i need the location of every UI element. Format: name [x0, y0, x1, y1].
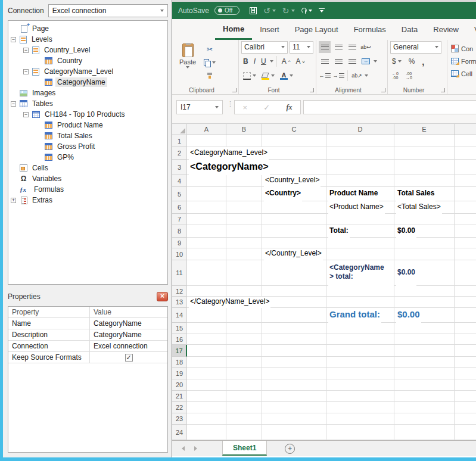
- cell-C5[interactable]: <Country>: [264, 187, 302, 201]
- cell[interactable]: [455, 413, 476, 425]
- row-header-7[interactable]: 7: [172, 214, 187, 225]
- cell[interactable]: [455, 345, 476, 357]
- currency-button[interactable]: $: [390, 55, 403, 68]
- cell[interactable]: [262, 323, 326, 334]
- cell[interactable]: [187, 345, 226, 357]
- connection-dropdown[interactable]: Excel connection: [48, 4, 168, 17]
- cell[interactable]: [226, 214, 262, 225]
- cell[interactable]: [187, 379, 226, 391]
- column-header-partial[interactable]: [455, 124, 476, 135]
- cell-styles-button[interactable]: Cell: [447, 67, 476, 80]
- dialog-launcher-icon[interactable]: [381, 88, 385, 92]
- cell[interactable]: [455, 323, 476, 334]
- tab-review[interactable]: Review: [425, 19, 466, 40]
- increase-indent-button[interactable]: →: [332, 70, 344, 82]
- cell[interactable]: [394, 323, 455, 334]
- cell[interactable]: [226, 413, 262, 425]
- dialog-launcher-icon[interactable]: [232, 88, 237, 92]
- cell[interactable]: [226, 286, 262, 297]
- cell[interactable]: [326, 334, 394, 345]
- column-header-E[interactable]: E: [394, 124, 455, 135]
- borders-button[interactable]: [241, 69, 258, 82]
- cell[interactable]: [226, 248, 262, 260]
- cell[interactable]: [326, 391, 394, 402]
- collapse-icon[interactable]: −: [23, 48, 29, 53]
- cell[interactable]: [326, 175, 394, 187]
- conditional-formatting-button[interactable]: Con: [447, 42, 476, 55]
- cell[interactable]: [326, 425, 394, 440]
- cell[interactable]: [326, 286, 394, 297]
- font-color-button[interactable]: A: [278, 69, 295, 82]
- tab-data[interactable]: Data: [394, 19, 425, 40]
- tree-item-tables[interactable]: −Tables: [8, 98, 167, 109]
- cell-C4[interactable]: <Country_Level>: [264, 175, 321, 187]
- cell[interactable]: [394, 334, 455, 345]
- cell[interactable]: [226, 175, 262, 187]
- cell[interactable]: [455, 357, 476, 368]
- cell[interactable]: [455, 214, 476, 225]
- cell[interactable]: [262, 297, 326, 308]
- cell[interactable]: [187, 413, 226, 425]
- cell[interactable]: [326, 357, 394, 368]
- cell[interactable]: [394, 248, 455, 260]
- cell[interactable]: [187, 187, 226, 201]
- copy-button[interactable]: [202, 56, 217, 69]
- enter-icon[interactable]: ✓: [263, 103, 270, 112]
- cell[interactable]: [187, 214, 226, 225]
- cell[interactable]: [262, 135, 326, 147]
- cell[interactable]: [326, 214, 394, 225]
- cell[interactable]: [187, 402, 226, 413]
- tree-item-levels[interactable]: −Levels: [8, 34, 167, 45]
- cell[interactable]: [262, 379, 326, 391]
- cell[interactable]: [187, 201, 226, 214]
- cell[interactable]: [326, 413, 394, 425]
- tree-item-categoryname-level[interactable]: −CategoryName_Level: [8, 66, 167, 77]
- cell-C10[interactable]: </Country_Level>: [264, 248, 323, 260]
- column-header-D[interactable]: D: [326, 124, 394, 135]
- cell[interactable]: [326, 238, 394, 248]
- property-row-description[interactable]: DescriptionCategoryName: [8, 329, 167, 341]
- cell[interactable]: [394, 214, 455, 225]
- cell[interactable]: [226, 323, 262, 334]
- collapse-icon[interactable]: −: [23, 69, 29, 74]
- cell[interactable]: [262, 260, 326, 286]
- cell[interactable]: [187, 286, 226, 297]
- cell[interactable]: [394, 357, 455, 368]
- cell-E5[interactable]: Total Sales: [396, 187, 435, 201]
- cell[interactable]: [455, 297, 476, 308]
- cell[interactable]: [226, 225, 262, 238]
- cell[interactable]: [226, 308, 262, 323]
- touch-mode-button[interactable]: [301, 8, 312, 13]
- decrease-indent-button[interactable]: ←: [319, 70, 331, 82]
- cell[interactable]: [226, 368, 262, 379]
- cell[interactable]: [455, 425, 476, 440]
- cell[interactable]: [394, 286, 455, 297]
- cell[interactable]: [262, 308, 326, 323]
- expand-icon[interactable]: +: [11, 198, 16, 203]
- cell[interactable]: [394, 402, 455, 413]
- dialog-launcher-icon[interactable]: [310, 88, 314, 92]
- merge-center-button[interactable]: ↔: [360, 55, 372, 67]
- cell[interactable]: [455, 308, 476, 323]
- property-row-connection[interactable]: ConnectionExcel connection: [8, 341, 167, 352]
- tab-formulas[interactable]: Formulas: [346, 19, 394, 40]
- tab-page-layout[interactable]: Page Layout: [287, 19, 346, 40]
- cell[interactable]: [326, 402, 394, 413]
- cell[interactable]: [187, 238, 226, 248]
- format-as-table-button[interactable]: Form: [447, 55, 476, 67]
- cell[interactable]: [326, 147, 394, 160]
- font-size-dropdown[interactable]: 11: [290, 41, 313, 54]
- cell[interactable]: [455, 334, 476, 345]
- align-center-button[interactable]: [332, 55, 344, 67]
- close-icon[interactable]: ×: [157, 292, 168, 301]
- cell-D14[interactable]: Grand total:: [328, 308, 381, 323]
- tab-insert[interactable]: Insert: [252, 19, 287, 40]
- cancel-icon[interactable]: ×: [243, 103, 248, 112]
- comma-button[interactable]: ,: [420, 55, 426, 68]
- redo-button[interactable]: ↻: [282, 7, 295, 15]
- cell[interactable]: [455, 368, 476, 379]
- cell-D5[interactable]: Product Name: [328, 187, 379, 201]
- cell[interactable]: [262, 286, 326, 297]
- cut-button[interactable]: ✂: [202, 43, 217, 56]
- bold-button[interactable]: B: [241, 55, 250, 68]
